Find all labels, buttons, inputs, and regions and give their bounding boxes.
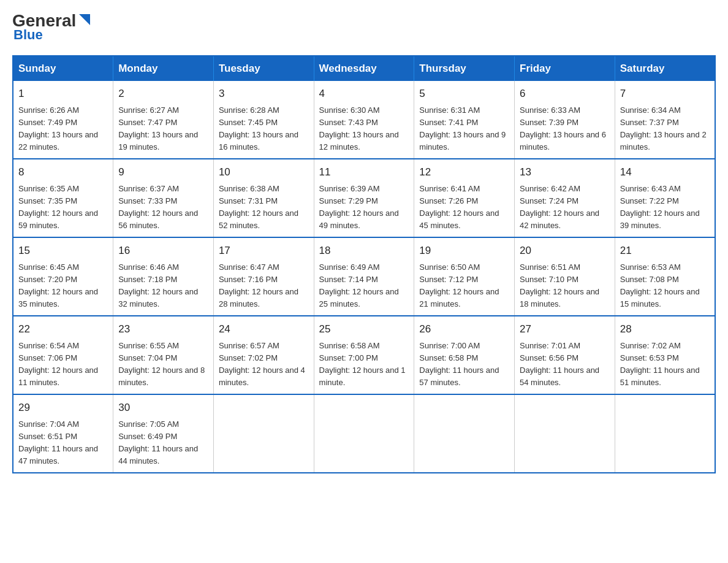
day-number: 26 [419, 321, 509, 337]
calendar-week-row: 1 Sunrise: 6:26 AMSunset: 7:49 PMDayligh… [13, 81, 715, 159]
day-info: Sunrise: 6:49 AMSunset: 7:14 PMDaylight:… [319, 261, 409, 311]
calendar-day-cell: 26 Sunrise: 7:00 AMSunset: 6:58 PMDaylig… [414, 316, 515, 394]
day-info: Sunrise: 6:43 AMSunset: 7:22 PMDaylight:… [620, 183, 710, 232]
calendar-day-cell: 13 Sunrise: 6:42 AMSunset: 7:24 PMDaylig… [515, 159, 615, 237]
day-info: Sunrise: 6:54 AMSunset: 7:06 PMDaylight:… [18, 340, 108, 389]
page-header: General Blue [12, 12, 716, 43]
day-number: 28 [620, 321, 710, 337]
calendar-day-cell: 27 Sunrise: 7:01 AMSunset: 6:56 PMDaylig… [515, 316, 615, 394]
calendar-empty-cell [515, 394, 615, 473]
calendar-day-cell: 3 Sunrise: 6:28 AMSunset: 7:45 PMDayligh… [213, 81, 314, 159]
day-info: Sunrise: 6:38 AMSunset: 7:31 PMDaylight:… [219, 183, 309, 232]
day-info: Sunrise: 7:04 AMSunset: 6:51 PMDaylight:… [18, 418, 108, 468]
day-info: Sunrise: 6:46 AMSunset: 7:18 PMDaylight:… [118, 261, 208, 311]
calendar-week-row: 29 Sunrise: 7:04 AMSunset: 6:51 PMDaylig… [13, 394, 715, 473]
weekday-header-saturday: Saturday [615, 56, 715, 81]
calendar-day-cell: 9 Sunrise: 6:37 AMSunset: 7:33 PMDayligh… [113, 159, 214, 237]
day-number: 19 [419, 243, 509, 259]
weekday-header-wednesday: Wednesday [314, 56, 414, 81]
day-number: 1 [18, 86, 108, 102]
logo-triangle-icon [78, 13, 91, 26]
calendar-day-cell: 8 Sunrise: 6:35 AMSunset: 7:35 PMDayligh… [13, 159, 113, 237]
day-info: Sunrise: 6:37 AMSunset: 7:33 PMDaylight:… [118, 183, 208, 232]
day-number: 17 [219, 243, 309, 259]
calendar-day-cell: 10 Sunrise: 6:38 AMSunset: 7:31 PMDaylig… [213, 159, 314, 237]
day-number: 11 [319, 164, 409, 180]
calendar-empty-cell [414, 394, 515, 473]
day-number: 12 [419, 164, 509, 180]
calendar-day-cell: 11 Sunrise: 6:39 AMSunset: 7:29 PMDaylig… [314, 159, 414, 237]
day-number: 29 [18, 400, 108, 416]
day-info: Sunrise: 7:00 AMSunset: 6:58 PMDaylight:… [419, 340, 509, 389]
day-number: 23 [118, 321, 208, 337]
day-number: 27 [520, 321, 610, 337]
day-info: Sunrise: 6:53 AMSunset: 7:08 PMDaylight:… [620, 261, 710, 311]
calendar-day-cell: 22 Sunrise: 6:54 AMSunset: 7:06 PMDaylig… [13, 316, 113, 394]
day-info: Sunrise: 6:31 AMSunset: 7:41 PMDaylight:… [419, 104, 509, 154]
day-number: 13 [520, 164, 610, 180]
calendar-day-cell: 16 Sunrise: 6:46 AMSunset: 7:18 PMDaylig… [113, 237, 214, 316]
day-info: Sunrise: 6:35 AMSunset: 7:35 PMDaylight:… [18, 183, 108, 232]
calendar-table: SundayMondayTuesdayWednesdayThursdayFrid… [12, 55, 716, 473]
day-number: 22 [18, 321, 108, 337]
calendar-day-cell: 2 Sunrise: 6:27 AMSunset: 7:47 PMDayligh… [113, 81, 214, 159]
day-info: Sunrise: 6:27 AMSunset: 7:47 PMDaylight:… [118, 104, 208, 154]
calendar-empty-cell [615, 394, 715, 473]
calendar-day-cell: 29 Sunrise: 7:04 AMSunset: 6:51 PMDaylig… [13, 394, 113, 473]
day-info: Sunrise: 7:05 AMSunset: 6:49 PMDaylight:… [118, 418, 208, 468]
logo-blue: Blue [13, 27, 43, 43]
calendar-day-cell: 5 Sunrise: 6:31 AMSunset: 7:41 PMDayligh… [414, 81, 515, 159]
day-number: 3 [219, 86, 309, 102]
day-number: 20 [520, 243, 610, 259]
calendar-day-cell: 19 Sunrise: 6:50 AMSunset: 7:12 PMDaylig… [414, 237, 515, 316]
calendar-week-row: 22 Sunrise: 6:54 AMSunset: 7:06 PMDaylig… [13, 316, 715, 394]
calendar-week-row: 8 Sunrise: 6:35 AMSunset: 7:35 PMDayligh… [13, 159, 715, 237]
weekday-header-thursday: Thursday [414, 56, 515, 81]
calendar-day-cell: 14 Sunrise: 6:43 AMSunset: 7:22 PMDaylig… [615, 159, 715, 237]
calendar-day-cell: 23 Sunrise: 6:55 AMSunset: 7:04 PMDaylig… [113, 316, 214, 394]
calendar-empty-cell [213, 394, 314, 473]
calendar-day-cell: 15 Sunrise: 6:45 AMSunset: 7:20 PMDaylig… [13, 237, 113, 316]
day-number: 21 [620, 243, 710, 259]
day-info: Sunrise: 6:30 AMSunset: 7:43 PMDaylight:… [319, 104, 409, 154]
calendar-day-cell: 17 Sunrise: 6:47 AMSunset: 7:16 PMDaylig… [213, 237, 314, 316]
day-number: 16 [118, 243, 208, 259]
day-info: Sunrise: 6:51 AMSunset: 7:10 PMDaylight:… [520, 261, 610, 311]
svg-marker-0 [79, 14, 90, 25]
calendar-day-cell: 4 Sunrise: 6:30 AMSunset: 7:43 PMDayligh… [314, 81, 414, 159]
day-info: Sunrise: 6:34 AMSunset: 7:37 PMDaylight:… [620, 104, 710, 154]
day-number: 10 [219, 164, 309, 180]
day-info: Sunrise: 6:47 AMSunset: 7:16 PMDaylight:… [219, 261, 309, 311]
day-number: 18 [319, 243, 409, 259]
calendar-day-cell: 12 Sunrise: 6:41 AMSunset: 7:26 PMDaylig… [414, 159, 515, 237]
day-number: 30 [118, 400, 208, 416]
calendar-day-cell: 24 Sunrise: 6:57 AMSunset: 7:02 PMDaylig… [213, 316, 314, 394]
calendar-day-cell: 7 Sunrise: 6:34 AMSunset: 7:37 PMDayligh… [615, 81, 715, 159]
day-number: 4 [319, 86, 409, 102]
day-number: 6 [520, 86, 610, 102]
day-info: Sunrise: 6:28 AMSunset: 7:45 PMDaylight:… [219, 104, 309, 154]
day-number: 24 [219, 321, 309, 337]
calendar-day-cell: 30 Sunrise: 7:05 AMSunset: 6:49 PMDaylig… [113, 394, 214, 473]
weekday-header-tuesday: Tuesday [213, 56, 314, 81]
calendar-week-row: 15 Sunrise: 6:45 AMSunset: 7:20 PMDaylig… [13, 237, 715, 316]
calendar-empty-cell [314, 394, 414, 473]
calendar-day-cell: 1 Sunrise: 6:26 AMSunset: 7:49 PMDayligh… [13, 81, 113, 159]
day-number: 5 [419, 86, 509, 102]
calendar-day-cell: 20 Sunrise: 6:51 AMSunset: 7:10 PMDaylig… [515, 237, 615, 316]
day-number: 15 [18, 243, 108, 259]
day-info: Sunrise: 7:02 AMSunset: 6:53 PMDaylight:… [620, 340, 710, 389]
day-info: Sunrise: 6:26 AMSunset: 7:49 PMDaylight:… [18, 104, 108, 154]
calendar-header-row: SundayMondayTuesdayWednesdayThursdayFrid… [13, 56, 715, 81]
day-number: 9 [118, 164, 208, 180]
day-info: Sunrise: 6:58 AMSunset: 7:00 PMDaylight:… [319, 340, 409, 389]
day-info: Sunrise: 6:41 AMSunset: 7:26 PMDaylight:… [419, 183, 509, 232]
weekday-header-monday: Monday [113, 56, 214, 81]
day-info: Sunrise: 6:45 AMSunset: 7:20 PMDaylight:… [18, 261, 108, 311]
day-number: 14 [620, 164, 710, 180]
day-info: Sunrise: 6:39 AMSunset: 7:29 PMDaylight:… [319, 183, 409, 232]
calendar-day-cell: 28 Sunrise: 7:02 AMSunset: 6:53 PMDaylig… [615, 316, 715, 394]
day-info: Sunrise: 6:57 AMSunset: 7:02 PMDaylight:… [219, 340, 309, 389]
calendar-day-cell: 21 Sunrise: 6:53 AMSunset: 7:08 PMDaylig… [615, 237, 715, 316]
day-info: Sunrise: 6:55 AMSunset: 7:04 PMDaylight:… [118, 340, 208, 389]
